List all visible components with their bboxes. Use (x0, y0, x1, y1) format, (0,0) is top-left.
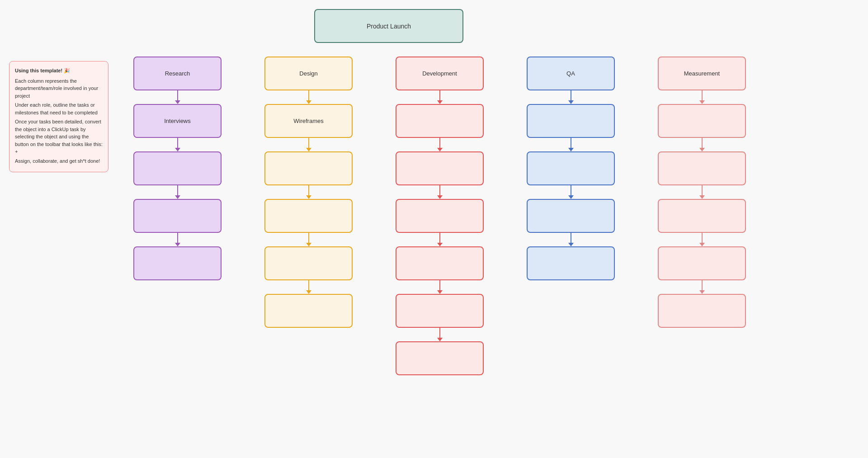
card-measurement-0[interactable]: Measurement (658, 57, 746, 90)
arrow-development-3 (439, 233, 440, 246)
info-box-title: Using this template! 🎉 (15, 67, 103, 75)
arrow-line (439, 233, 440, 243)
card-development-6[interactable] (396, 341, 484, 375)
arrow-head (699, 243, 705, 246)
columns-area: ResearchInterviewsDesignWireframesDevelo… (133, 57, 746, 375)
product-launch-label: Product Launch (367, 23, 411, 30)
card-label: Wireframes (293, 118, 323, 124)
card-measurement-5[interactable] (658, 294, 746, 328)
card-research-0[interactable]: Research (133, 57, 222, 90)
card-design-1[interactable]: Wireframes (264, 104, 353, 138)
arrow-qa-0 (571, 90, 571, 104)
arrow-measurement-4 (702, 280, 703, 294)
arrow-head (306, 195, 311, 199)
canvas: Product Launch Using this template! 🎉 Ea… (0, 0, 868, 458)
arrow-research-1 (177, 138, 178, 151)
arrow-qa-1 (571, 138, 571, 151)
card-design-0[interactable]: Design (264, 57, 353, 90)
product-launch-box[interactable]: Product Launch (314, 9, 463, 43)
arrow-line (702, 90, 703, 100)
card-research-1[interactable]: Interviews (133, 104, 222, 138)
card-research-2[interactable] (133, 151, 222, 185)
arrow-head (175, 195, 180, 199)
card-design-5[interactable] (264, 294, 353, 328)
card-development-4[interactable] (396, 246, 484, 280)
arrow-development-4 (439, 280, 440, 294)
arrow-head (437, 100, 443, 104)
arrow-measurement-0 (702, 90, 703, 104)
card-development-3[interactable] (396, 199, 484, 233)
card-qa-4[interactable] (527, 246, 615, 280)
card-label: Interviews (164, 118, 191, 124)
card-measurement-3[interactable] (658, 199, 746, 233)
info-line: Under each role, outline the tasks or mi… (15, 101, 103, 116)
arrow-head (437, 195, 443, 199)
card-qa-1[interactable] (527, 104, 615, 138)
card-measurement-2[interactable] (658, 151, 746, 185)
column-measurement: Measurement (658, 57, 746, 328)
info-box-content: Each column represents the department/te… (15, 77, 103, 165)
card-qa-2[interactable] (527, 151, 615, 185)
card-development-5[interactable] (396, 294, 484, 328)
arrow-line (308, 90, 309, 100)
card-measurement-1[interactable] (658, 104, 746, 138)
info-line: Each column represents the department/te… (15, 77, 103, 100)
info-line: Once your tasks been detailed, convert t… (15, 118, 103, 156)
arrow-head (437, 290, 443, 294)
info-line: Assign, collaborate, and get sh*t done! (15, 157, 103, 165)
arrow-head (306, 100, 311, 104)
arrow-development-0 (439, 90, 440, 104)
arrow-head (437, 148, 443, 151)
card-research-4[interactable] (133, 246, 222, 280)
card-development-0[interactable]: Development (396, 57, 484, 90)
arrow-head (568, 243, 574, 246)
arrow-head (437, 338, 443, 341)
card-design-2[interactable] (264, 151, 353, 185)
arrow-head (568, 100, 574, 104)
info-box: Using this template! 🎉 Each column repre… (9, 61, 108, 172)
card-research-3[interactable] (133, 199, 222, 233)
arrow-design-4 (308, 280, 309, 294)
card-label: Development (422, 70, 457, 77)
card-development-2[interactable] (396, 151, 484, 185)
card-measurement-4[interactable] (658, 246, 746, 280)
arrow-design-3 (308, 233, 309, 246)
arrow-line (439, 328, 440, 338)
arrow-head (699, 100, 705, 104)
arrow-line (571, 90, 571, 100)
arrow-head (699, 290, 705, 294)
card-label: QA (566, 70, 575, 77)
column-qa: QA (527, 57, 615, 280)
arrow-line (439, 280, 440, 290)
card-design-3[interactable] (264, 199, 353, 233)
arrow-line (308, 280, 309, 290)
arrow-head (568, 195, 574, 199)
card-label: Design (299, 70, 317, 77)
arrow-head (306, 243, 311, 246)
card-design-4[interactable] (264, 246, 353, 280)
arrow-line (439, 90, 440, 100)
arrow-measurement-1 (702, 138, 703, 151)
arrow-head (175, 148, 180, 151)
arrow-line (571, 233, 571, 243)
card-qa-0[interactable]: QA (527, 57, 615, 90)
arrow-measurement-3 (702, 233, 703, 246)
arrow-design-1 (308, 138, 309, 151)
card-qa-3[interactable] (527, 199, 615, 233)
arrow-qa-3 (571, 233, 571, 246)
arrow-line (177, 185, 178, 195)
arrow-head (437, 243, 443, 246)
arrow-line (308, 185, 309, 195)
arrow-line (177, 90, 178, 100)
arrow-head (306, 290, 311, 294)
card-label: Measurement (684, 70, 720, 77)
arrow-development-2 (439, 185, 440, 199)
column-research: ResearchInterviews (133, 57, 222, 280)
arrow-head (175, 100, 180, 104)
arrow-line (571, 185, 571, 195)
arrow-head (699, 148, 705, 151)
arrow-line (702, 138, 703, 148)
card-development-1[interactable] (396, 104, 484, 138)
arrow-research-0 (177, 90, 178, 104)
column-development: Development (396, 57, 484, 375)
